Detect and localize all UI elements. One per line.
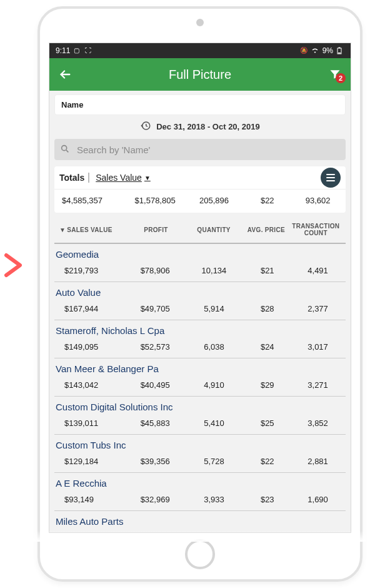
cell-quantity: 6,038: [186, 342, 242, 352]
cell-avg-price: $25: [242, 418, 292, 428]
svg-rect-2: [338, 53, 341, 54]
accessibility-icon: ⛶: [85, 47, 92, 54]
cell-avg-price: $24: [242, 342, 292, 352]
cell-transaction-count: 4,491: [292, 266, 343, 275]
chevron-down-icon: ▼: [144, 175, 151, 181]
sort-select[interactable]: Sales Value ▼: [92, 173, 151, 183]
filter-badge: 2: [336, 73, 346, 83]
cell-sales-value: $129,184: [57, 457, 124, 466]
cell-avg-price: $29: [242, 380, 292, 390]
totals-sales-value: $4,585,357: [57, 196, 124, 205]
row-name[interactable]: Custom Digital Solutions Inc: [54, 397, 346, 412]
row-name[interactable]: Geomedia: [54, 244, 346, 260]
cell-sales-value: $143,042: [57, 380, 124, 390]
cell-profit: $39,356: [124, 457, 186, 466]
cell-sales-value: $167,944: [57, 304, 124, 313]
history-icon: [140, 120, 151, 133]
decorative-arrow: [1, 250, 26, 287]
battery-icon: [337, 47, 344, 54]
cell-sales-value: $149,095: [57, 342, 124, 352]
table-row[interactable]: $149,095$52,5736,038$243,017: [54, 336, 346, 358]
search-placeholder: Search by 'Name': [77, 144, 150, 155]
cell-quantity: 3,933: [186, 495, 242, 504]
cell-quantity: 5,410: [186, 418, 242, 428]
sort-desc-icon: ▼: [59, 226, 66, 233]
search-icon: [59, 144, 71, 156]
totals-card: Totals Sales Value ▼ $4,585,357 $1,578,8…: [54, 166, 346, 213]
status-battery: 9%: [322, 46, 333, 55]
totals-label: Totals: [59, 173, 89, 183]
cell-sales-value: $139,011: [57, 418, 124, 428]
cell-sales-value: $219,793: [57, 266, 124, 275]
filter-pill-name[interactable]: Name: [54, 94, 346, 115]
data-section: Geomedia$219,793$78,90610,134$214,491Aut…: [54, 244, 346, 533]
table-row[interactable]: $139,011$45,8835,410$253,852: [54, 412, 346, 435]
col-profit[interactable]: PROFIT: [126, 226, 186, 233]
cell-profit: $49,705: [124, 304, 186, 313]
image-icon: ▢: [74, 47, 81, 54]
cell-profit: $32,969: [124, 495, 186, 504]
row-name[interactable]: Van Meer & Belanger Pa: [54, 358, 346, 374]
col-quantity[interactable]: QUANTITY: [186, 226, 241, 233]
cell-avg-price: $21: [242, 266, 292, 275]
row-name[interactable]: Custom Tubs Inc: [54, 435, 346, 450]
cell-quantity: 5,914: [186, 304, 242, 313]
cell-profit: $45,883: [124, 418, 186, 428]
cell-profit: $40,495: [124, 380, 186, 390]
totals-values-row: $4,585,357 $1,578,805 205,896 $22 93,602: [54, 190, 346, 213]
row-name[interactable]: Auto Value: [54, 282, 346, 298]
back-button[interactable]: [58, 58, 72, 91]
cell-quantity: 4,910: [186, 380, 242, 390]
table-row[interactable]: $219,793$78,90610,134$214,491: [54, 260, 346, 282]
camera-dot: [196, 19, 204, 26]
status-bar: 9:11 ▢ ⛶ 🔕 9%: [49, 43, 351, 58]
search-input[interactable]: Search by 'Name': [54, 139, 346, 160]
cell-quantity: 10,134: [186, 266, 242, 275]
cell-avg-price: $22: [242, 457, 292, 466]
cell-transaction-count: 1,690: [292, 495, 343, 504]
sort-select-label: Sales Value: [96, 173, 142, 183]
svg-rect-1: [339, 48, 341, 49]
col-sales-value[interactable]: ▼SALES VALUE: [59, 226, 126, 233]
tablet-frame: 9:11 ▢ ⛶ 🔕 9% Full Picture: [38, 6, 362, 582]
app-header: Full Picture 2: [49, 58, 351, 91]
cell-transaction-count: 3,852: [292, 418, 343, 428]
home-button[interactable]: [185, 539, 215, 569]
table-row[interactable]: $129,184$39,3565,728$222,881: [54, 450, 346, 473]
cell-transaction-count: 2,881: [292, 457, 343, 466]
table-row[interactable]: $143,042$40,4954,910$293,271: [54, 374, 346, 397]
totals-quantity: 205,896: [186, 196, 242, 205]
app-screen: 9:11 ▢ ⛶ 🔕 9% Full Picture: [49, 43, 351, 533]
filter-pill-label: Name: [61, 100, 83, 109]
row-name[interactable]: Miles Auto Parts: [54, 511, 346, 527]
cell-avg-price: $23: [242, 495, 292, 504]
totals-avg-price: $22: [242, 196, 292, 205]
column-headers: ▼SALES VALUE PROFIT QUANTITY AVG. PRICE …: [54, 216, 346, 244]
wifi-icon: [311, 47, 319, 54]
date-range-row[interactable]: Dec 31, 2018 - Oct 20, 2019: [49, 115, 351, 139]
cell-profit: $78,906: [124, 266, 186, 275]
cell-transaction-count: 3,271: [292, 380, 343, 390]
totals-transaction-count: 93,602: [292, 196, 343, 205]
table-row[interactable]: [54, 527, 346, 533]
funnel-icon: 2: [328, 68, 342, 81]
row-name[interactable]: Stameroff, Nicholas L Cpa: [54, 320, 346, 336]
cell-transaction-count: 3,017: [292, 342, 343, 352]
cell-quantity: 5,728: [186, 457, 242, 466]
table-row[interactable]: $93,149$32,9693,933$231,690: [54, 489, 346, 511]
col-avg-price[interactable]: AVG. PRICE: [241, 226, 291, 233]
filter-button[interactable]: 2: [328, 58, 342, 91]
cell-sales-value: $93,149: [57, 495, 124, 504]
cell-avg-price: $28: [242, 304, 292, 313]
totals-profit: $1,578,805: [124, 196, 186, 205]
totals-header: Totals Sales Value ▼: [54, 166, 346, 190]
table-row[interactable]: $167,944$49,7055,914$282,377: [54, 298, 346, 320]
menu-button[interactable]: [321, 168, 341, 188]
date-range-text: Dec 31, 2018 - Oct 20, 2019: [156, 122, 260, 131]
cell-profit: $52,573: [124, 342, 186, 352]
cell-transaction-count: 2,377: [292, 304, 343, 313]
svg-point-4: [62, 145, 67, 150]
mute-icon: 🔕: [300, 47, 308, 54]
col-transaction-count[interactable]: TRANSACTION COUNT: [291, 223, 341, 236]
row-name[interactable]: A E Recchia: [54, 473, 346, 489]
